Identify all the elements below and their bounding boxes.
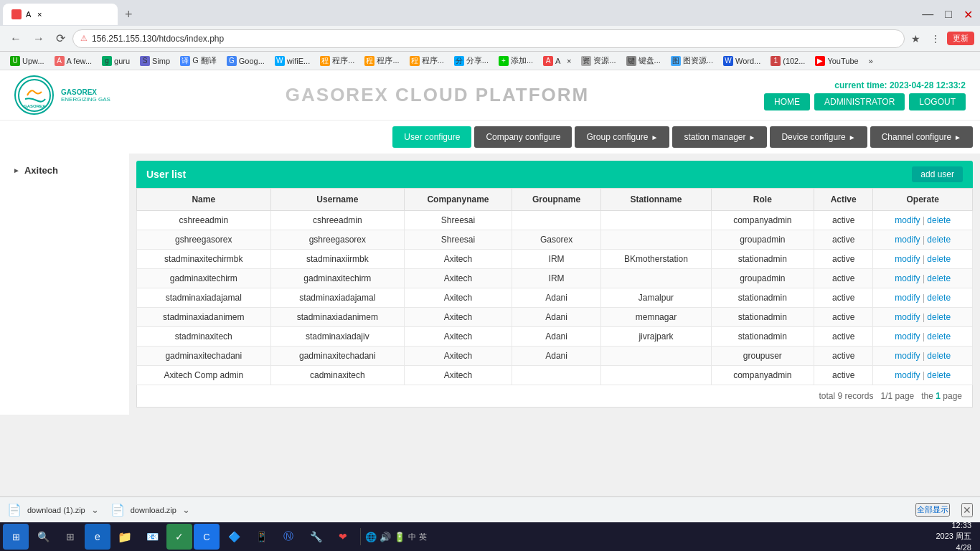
bookmark-youtube[interactable]: ▶ YouTube	[811, 55, 862, 67]
nav-device-configure[interactable]: Device configure ►	[770, 126, 867, 148]
bookmark-prog3[interactable]: 程 程序...	[405, 54, 448, 67]
address-bar[interactable]: ⚠ 156.251.155.130/htdocs/index.php	[72, 29, 905, 48]
add-user-button[interactable]: add user	[912, 166, 963, 182]
modify-link[interactable]: modify	[895, 293, 920, 303]
maximize-button[interactable]: □	[941, 8, 956, 21]
cell-operate: modify | delete	[873, 288, 973, 308]
minimize-button[interactable]: —	[918, 8, 938, 21]
home-button[interactable]: HOME	[764, 93, 810, 110]
nav-user-configure[interactable]: User configure	[392, 126, 471, 148]
delete-link[interactable]: delete	[927, 235, 951, 245]
content-area: ► Axitech User list add user Name Userna…	[0, 154, 980, 415]
cell-station: Jamalpur	[601, 288, 711, 308]
delete-link[interactable]: delete	[927, 312, 951, 322]
taskbar-app4[interactable]: 🔷	[221, 524, 247, 550]
operate-separator: |	[920, 370, 928, 380]
delete-link[interactable]: delete	[927, 273, 951, 283]
bookmark-more[interactable]: »	[864, 55, 877, 67]
sidebar-item-axitech[interactable]: ► Axitech	[7, 161, 122, 180]
battery-icon[interactable]: 🔋	[394, 532, 405, 542]
modify-link[interactable]: modify	[895, 370, 920, 380]
cell-group: IRM	[512, 269, 600, 288]
bookmark-resources[interactable]: 资 资源...	[577, 54, 620, 67]
modify-link[interactable]: modify	[895, 312, 920, 322]
forward-button[interactable]: →	[29, 31, 49, 47]
delete-link[interactable]: delete	[927, 215, 951, 225]
delete-link[interactable]: delete	[927, 331, 951, 342]
cell-active: active	[814, 250, 873, 269]
taskbar-file-explorer[interactable]: 📁	[112, 524, 138, 550]
taskbar-app5[interactable]: 📱	[248, 524, 274, 550]
bookmark-share[interactable]: 分 分享...	[450, 54, 493, 67]
logo-text-area: GASOREX ENERGIZING GAS	[61, 88, 110, 103]
download-arrow-2[interactable]: ⌄	[182, 504, 190, 515]
taskbar-search[interactable]: 🔍	[30, 524, 56, 550]
app4-icon: 🔷	[228, 531, 240, 542]
taskbar-app6[interactable]: Ⓝ	[275, 524, 301, 550]
new-tab-button[interactable]: +	[119, 7, 138, 22]
modify-link[interactable]: modify	[895, 215, 920, 225]
taskbar-app2[interactable]: ✓	[166, 524, 192, 550]
taskbar-app7[interactable]: 🔧	[303, 524, 329, 550]
bookmark-a-site[interactable]: A A ×	[539, 55, 575, 67]
nav-station-manager[interactable]: station manager ►	[672, 126, 767, 148]
nav-company-configure[interactable]: Company configure	[474, 126, 572, 148]
cell-operate: modify | delete	[873, 269, 973, 288]
bookmark-google[interactable]: G Goog...	[222, 55, 269, 67]
delete-link[interactable]: delete	[927, 254, 951, 264]
app6-icon: Ⓝ	[283, 530, 293, 543]
active-tab[interactable]: A ×	[3, 4, 118, 25]
input-mode[interactable]: 英	[419, 532, 427, 542]
modify-link[interactable]: modify	[895, 273, 920, 283]
bookmark-image[interactable]: 图 图资源...	[666, 54, 717, 67]
nav-group-configure[interactable]: Group configure ►	[575, 126, 669, 148]
delete-link[interactable]: delete	[927, 293, 951, 303]
bookmark-keyboard[interactable]: 键 键盘...	[622, 54, 665, 67]
back-button[interactable]: ←	[6, 31, 26, 47]
bookmark-prog2[interactable]: 程 程序...	[360, 54, 403, 67]
taskbar-app3[interactable]: C	[194, 524, 220, 550]
bookmark-translate[interactable]: 译 G 翻译	[176, 54, 221, 67]
bookmark-afew[interactable]: A A few...	[50, 55, 96, 67]
channel-configure-arrow: ►	[954, 133, 961, 141]
ime-indicator[interactable]: 中	[408, 532, 416, 542]
bookmark-btn[interactable]: ★	[908, 32, 924, 46]
operate-separator: |	[920, 273, 928, 283]
bookmark-prog1[interactable]: 程 程序...	[316, 54, 359, 67]
settings-btn[interactable]: ⋮	[927, 32, 944, 46]
taskbar-task-view[interactable]: ⊞	[57, 524, 83, 550]
delete-link[interactable]: delete	[927, 370, 951, 380]
volume-icon[interactable]: 🔊	[380, 532, 391, 542]
translate-icon: 译	[180, 56, 190, 66]
bookmark-simp[interactable]: S Simp	[136, 55, 174, 67]
logout-button[interactable]: LOGOUT	[909, 93, 966, 110]
logo-svg: GASOREX	[17, 77, 52, 113]
taskbar-start-button[interactable]: ⊞	[3, 524, 29, 550]
bookmark-upwork[interactable]: U Upw...	[6, 55, 49, 67]
taskbar-ie[interactable]: e	[85, 524, 110, 550]
network-icon[interactable]: 🌐	[365, 532, 377, 542]
bookmark-guru[interactable]: g guru	[98, 55, 134, 67]
taskbar-app8[interactable]: ❤	[330, 524, 356, 550]
modify-link[interactable]: modify	[895, 351, 920, 361]
modify-link[interactable]: modify	[895, 331, 920, 342]
show-all-downloads-button[interactable]: 全部显示	[915, 503, 950, 517]
close-download-bar-button[interactable]: ✕	[961, 503, 973, 517]
download-bar: 📄 download (1).zip ⌄ 📄 download.zip ⌄ 全部…	[0, 496, 980, 522]
bookmark-add[interactable]: + 添加...	[494, 54, 537, 67]
modify-link[interactable]: modify	[895, 254, 920, 264]
refresh-button[interactable]: ⟳	[52, 30, 70, 47]
bookmark-wifi[interactable]: W wifiE...	[270, 55, 314, 67]
update-button[interactable]: 更新	[947, 32, 974, 45]
modify-link[interactable]: modify	[895, 235, 920, 245]
bookmark-word[interactable]: W Word...	[719, 55, 765, 67]
table-row: stadminaxitechirmbkstadminaxiirmbkAxitec…	[137, 250, 973, 269]
delete-link[interactable]: delete	[927, 351, 951, 361]
close-button[interactable]: ✕	[959, 8, 977, 22]
bookmark-102[interactable]: 1 (102...	[766, 55, 809, 67]
taskbar-app1[interactable]: 📧	[139, 524, 165, 550]
admin-button[interactable]: ADMINISTRATOR	[814, 93, 905, 110]
nav-channel-configure[interactable]: Channel configure ►	[870, 126, 973, 148]
cell-company: Axitech	[405, 347, 512, 366]
download-arrow-1[interactable]: ⌄	[91, 504, 99, 515]
